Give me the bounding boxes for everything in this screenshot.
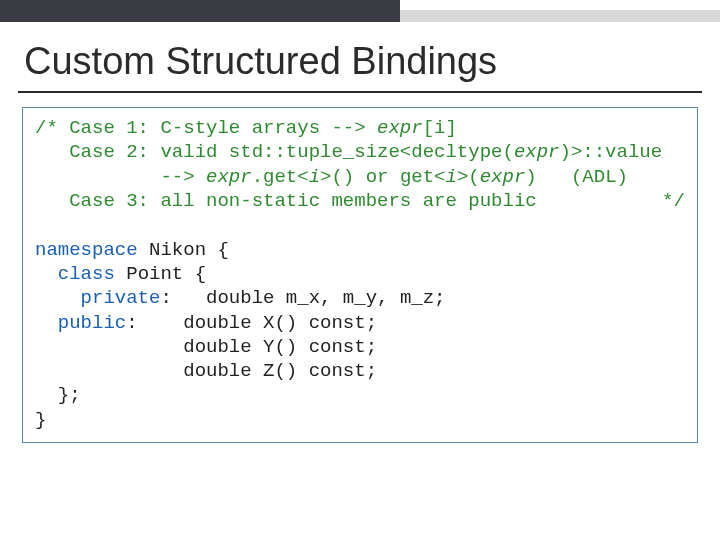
code-line: --> expr.get<i>() or get<i>(expr) (ADL) xyxy=(35,165,687,189)
keyword: public xyxy=(58,312,126,334)
comment-i: i xyxy=(309,166,320,188)
comment-expr: expr xyxy=(377,117,423,139)
code-indent xyxy=(35,263,58,285)
comment-text: >() or get< xyxy=(320,166,445,188)
code-line: public: double X() const; xyxy=(35,311,687,335)
code-line: class Point { xyxy=(35,262,687,286)
keyword: class xyxy=(58,263,115,285)
code-line: double Y() const; xyxy=(35,335,687,359)
comment-text: Case 3: all non-static members are publi… xyxy=(35,190,685,212)
code-indent xyxy=(35,287,81,309)
code-text: Nikon { xyxy=(138,239,229,261)
comment-text: --> xyxy=(35,166,206,188)
slide: Custom Structured Bindings /* Case 1: C-… xyxy=(0,0,720,540)
comment-expr: expr xyxy=(206,166,252,188)
code-blank xyxy=(35,213,687,237)
code-text: : double m_x, m_y, m_z; xyxy=(160,287,445,309)
keyword: namespace xyxy=(35,239,138,261)
code-line: private: double m_x, m_y, m_z; xyxy=(35,286,687,310)
code-block: /* Case 1: C-style arrays --> expr[i] Ca… xyxy=(22,107,698,443)
code-text: : double X() const; xyxy=(126,312,377,334)
code-line: Case 3: all non-static members are publi… xyxy=(35,189,687,213)
code-line: /* Case 1: C-style arrays --> expr[i] xyxy=(35,116,687,140)
accent-light xyxy=(400,10,720,22)
code-text: Point { xyxy=(115,263,206,285)
comment-text: >( xyxy=(457,166,480,188)
comment-i: i xyxy=(445,166,456,188)
code-line: }; xyxy=(35,383,687,407)
code-line: namespace Nikon { xyxy=(35,238,687,262)
keyword: private xyxy=(81,287,161,309)
code-indent xyxy=(35,312,58,334)
comment-expr: expr xyxy=(480,166,526,188)
code-line: } xyxy=(35,408,687,432)
code-line: double Z() const; xyxy=(35,359,687,383)
page-title: Custom Structured Bindings xyxy=(0,22,720,91)
comment-text: Case 2: valid std::tuple_size<decltype( xyxy=(35,141,514,163)
comment-text: [i] xyxy=(423,117,457,139)
accent-dark xyxy=(0,0,400,22)
comment-text: .get< xyxy=(252,166,309,188)
comment-expr: expr xyxy=(514,141,560,163)
comment-text: )>::value xyxy=(560,141,663,163)
comment-text: ) (ADL) xyxy=(525,166,628,188)
comment-text: /* Case 1: C-style arrays --> xyxy=(35,117,377,139)
code-line: Case 2: valid std::tuple_size<decltype(e… xyxy=(35,140,687,164)
title-divider xyxy=(18,91,702,93)
top-accent-bar xyxy=(0,0,720,22)
